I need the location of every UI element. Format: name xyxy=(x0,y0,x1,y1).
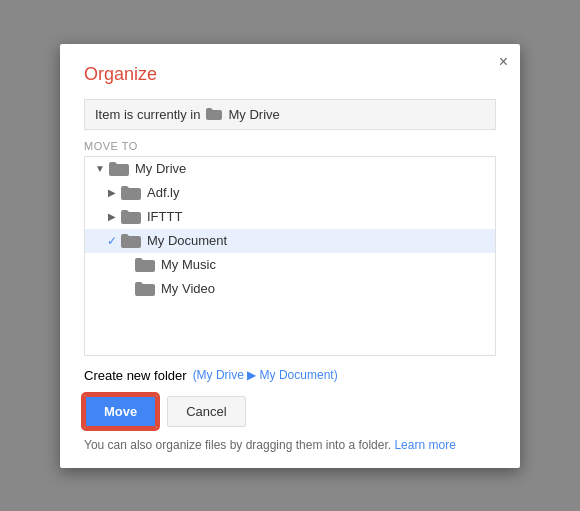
info-static-text: You can also organize files by dragging … xyxy=(84,438,391,452)
cancel-button[interactable]: Cancel xyxy=(167,396,245,427)
info-text: You can also organize files by dragging … xyxy=(84,438,496,452)
buttons-row: Move Cancel xyxy=(84,395,496,428)
folder-icon-my-video xyxy=(135,281,155,297)
close-button[interactable]: × xyxy=(499,54,508,70)
organize-dialog: × Organize Item is currently in My Drive… xyxy=(60,44,520,468)
current-folder-icon xyxy=(206,108,222,120)
tree-label-my-video: My Video xyxy=(161,281,215,296)
create-folder-section: Create new folder (My Drive ▶ My Documen… xyxy=(84,368,496,383)
tree-item-my-video[interactable]: My Video xyxy=(85,277,495,301)
tree-item-my-music[interactable]: My Music xyxy=(85,253,495,277)
folder-icon-my-document xyxy=(121,233,141,249)
folder-icon-ifttt xyxy=(121,209,141,225)
current-folder-name: My Drive xyxy=(228,107,279,122)
tree-item-ifttt[interactable]: IFTTT xyxy=(85,205,495,229)
tree-label-my-drive: My Drive xyxy=(135,161,186,176)
folder-icon-my-drive xyxy=(109,161,129,177)
tree-item-my-document[interactable]: ✓ My Document xyxy=(85,229,495,253)
tree-label-my-document: My Document xyxy=(147,233,227,248)
dialog-title: Organize xyxy=(84,64,496,85)
create-folder-label: Create new folder xyxy=(84,368,187,383)
folder-icon-adfly xyxy=(121,185,141,201)
expand-arrow-adfly[interactable] xyxy=(105,186,119,200)
checkmark-my-document: ✓ xyxy=(105,234,119,248)
create-folder-path[interactable]: (My Drive ▶ My Document) xyxy=(193,368,338,382)
current-location-text: Item is currently in xyxy=(95,107,200,122)
learn-more-link[interactable]: Learn more xyxy=(394,438,455,452)
move-to-label: MOVE TO xyxy=(84,140,496,152)
expand-arrow-my-drive[interactable] xyxy=(93,162,107,176)
tree-item-my-drive[interactable]: My Drive xyxy=(85,157,495,181)
current-location-bar: Item is currently in My Drive xyxy=(84,99,496,130)
folder-tree[interactable]: My Drive Adf.ly IFTTT ✓ xyxy=(84,156,496,356)
tree-label-my-music: My Music xyxy=(161,257,216,272)
tree-label-adfly: Adf.ly xyxy=(147,185,180,200)
tree-item-adfly[interactable]: Adf.ly xyxy=(85,181,495,205)
expand-arrow-ifttt[interactable] xyxy=(105,210,119,224)
folder-icon-my-music xyxy=(135,257,155,273)
move-button[interactable]: Move xyxy=(84,395,157,428)
tree-label-ifttt: IFTTT xyxy=(147,209,182,224)
